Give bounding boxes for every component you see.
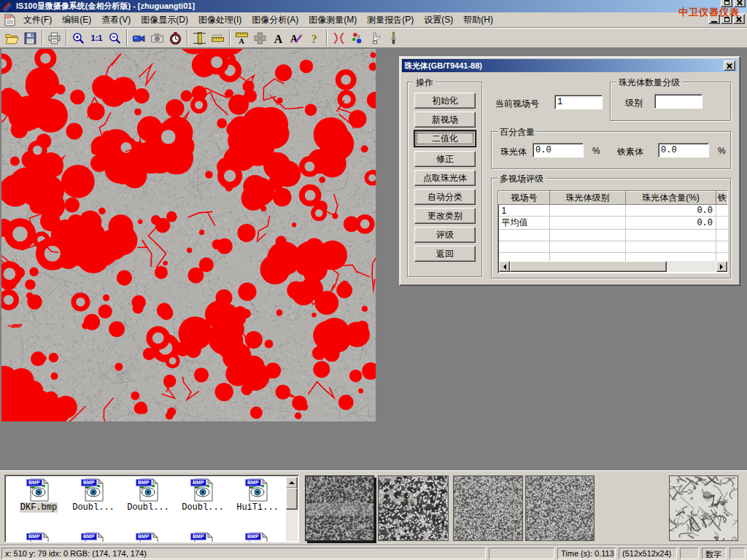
grade-button[interactable]: 评级 [414, 227, 476, 243]
thumbnail-1[interactable] [305, 475, 374, 541]
col-field-no[interactable]: 视场号 [499, 192, 550, 205]
scroll-left-button[interactable] [499, 261, 510, 272]
file-item[interactable]: BMP [177, 532, 228, 542]
table-row[interactable]: 平均值0.0 [499, 217, 729, 230]
thumbnail-2[interactable] [378, 475, 449, 541]
col-pearlite-grade[interactable]: 珠光体级别 [550, 192, 626, 205]
dialog-title-bar[interactable]: 珠光体(GB/T9441-88) [402, 59, 738, 72]
thumbnail-5[interactable] [669, 475, 738, 541]
menu-edit[interactable]: 编辑(E) [57, 12, 96, 28]
menu-image-processing[interactable]: 图像处理(I) [193, 12, 247, 28]
document-icon: DOC [4, 14, 16, 26]
file-browser: BMP DKF.bmp BMP Doubl... BMP Doubl... BM… [4, 475, 299, 542]
scroll-up-button[interactable] [286, 477, 298, 489]
bmp-file-icon: BMP [26, 532, 51, 542]
scrollbar-thumb[interactable] [510, 261, 667, 272]
file-item[interactable]: BMP HuiTi... [232, 478, 283, 513]
toolbar-separator [66, 30, 67, 46]
menu-measure-report[interactable]: 测量报告(P) [362, 12, 419, 28]
file-item[interactable]: BMP Doubl... [68, 478, 119, 513]
particles-icon[interactable]: 3 [348, 29, 366, 47]
binarize-button[interactable]: 二值化 [414, 131, 476, 147]
open-icon[interactable] [3, 29, 21, 47]
dialog-close-button[interactable] [724, 61, 735, 71]
ferrite-label: 铁素体 [617, 146, 643, 158]
pick-pearlite-button[interactable]: 点取珠光体 [414, 170, 476, 186]
svg-text:A: A [290, 34, 298, 44]
pearlite-percent-input[interactable]: 0.0 [533, 143, 584, 158]
current-field-label: 当前视场号 [495, 98, 539, 110]
thumbnail-3[interactable] [453, 475, 523, 541]
table-row[interactable]: 10.0 [499, 205, 729, 217]
title-bar: IS100显微摄像系统(金相分析版) - [zhuguangti01] [0, 0, 747, 12]
new-field-button[interactable]: 新视场 [414, 112, 476, 128]
scroll-down-button[interactable] [298, 529, 299, 541]
file-name[interactable]: HuiTi... [236, 502, 279, 513]
grade-level-input[interactable] [654, 94, 703, 109]
operations-group-title: 操作 [414, 77, 436, 89]
change-class-button[interactable]: 更改类别 [414, 208, 476, 224]
percent-sign: % [718, 146, 726, 156]
zoom-out-icon[interactable] [106, 29, 124, 47]
scrollbar-thumb[interactable] [286, 488, 298, 510]
close-icon [737, 0, 743, 5]
table-horizontal-scrollbar[interactable] [499, 261, 727, 272]
menu-help[interactable]: 帮助(H) [458, 12, 498, 28]
bmp-file-icon: BMP [245, 532, 270, 542]
file-name[interactable]: Doubl... [126, 502, 170, 513]
scroll-right-button[interactable] [716, 261, 727, 272]
menu-view[interactable]: 查看(V) [96, 12, 136, 28]
file-name[interactable]: DKF.bmp [20, 502, 58, 513]
menu-settings[interactable]: 设置(S) [419, 12, 458, 28]
stopwatch-icon[interactable] [166, 29, 185, 47]
file-name[interactable]: Doubl... [181, 502, 225, 513]
paintbrush-icon[interactable] [384, 29, 403, 47]
print-icon[interactable] [45, 29, 63, 47]
menu-image-measure[interactable]: 图像测量(M) [303, 12, 362, 28]
pointer-hand-icon[interactable] [366, 29, 384, 47]
return-button[interactable]: 返回 [414, 246, 476, 262]
file-item[interactable]: BMP Doubl... [177, 478, 228, 513]
caliper-icon[interactable] [190, 29, 209, 47]
actual-size-icon[interactable]: 1:1 [88, 29, 106, 47]
save-icon[interactable] [21, 29, 39, 47]
ferrite-percent-input[interactable]: 0.0 [658, 143, 709, 158]
menu-image-analysis[interactable]: 图像分析(A) [247, 12, 303, 28]
initialize-button[interactable]: 初始化 [414, 93, 476, 109]
current-field-input[interactable]: 1 [554, 95, 603, 109]
auto-classify-button[interactable]: 自动分类 [414, 189, 476, 205]
workspace: 珠光体(GB/T9441-88) 操作 初始化 新视场 二值化 修正 点取珠光体… [0, 48, 747, 470]
menu-image-display[interactable]: 图像显示(D) [136, 12, 193, 28]
correct-button[interactable]: 修正 [414, 151, 476, 167]
menu-file[interactable]: 文件(F) [18, 12, 57, 28]
merge-icon[interactable] [251, 29, 269, 47]
micrograph-image[interactable] [1, 49, 376, 421]
video-camera-icon[interactable] [130, 29, 148, 47]
file-item[interactable]: BMP [68, 532, 119, 542]
status-empty [729, 548, 746, 559]
file-item[interactable]: BMP [13, 532, 64, 542]
percent-group: 百分含量 珠光体 0.0 % 铁素体 0.0 % [491, 131, 731, 169]
camera-icon[interactable] [148, 29, 166, 47]
file-item[interactable]: BMP Doubl... [123, 478, 174, 513]
file-item[interactable]: BMP DKF.bmp [13, 478, 64, 513]
text-icon[interactable]: A [269, 29, 287, 47]
col-ferrite-pct[interactable]: 铁素体含量(%) [716, 192, 729, 205]
file-item[interactable]: BMP [232, 532, 283, 542]
text-style-icon[interactable]: A [287, 29, 306, 47]
col-pearlite-pct[interactable]: 珠光体含量(%) [626, 192, 716, 205]
help-icon[interactable]: ? [306, 29, 324, 47]
zoom-in-icon[interactable] [69, 29, 88, 47]
scrollbar-track[interactable] [510, 261, 716, 272]
file-list-scrollbar[interactable] [286, 476, 298, 541]
calibrate-icon[interactable]: A [233, 29, 251, 47]
thumbnail-4[interactable] [525, 475, 595, 541]
spline-icon[interactable] [330, 29, 348, 47]
ruler-icon[interactable] [209, 29, 227, 47]
file-name[interactable]: Doubl... [71, 502, 115, 513]
bmp-file-icon: BMP [81, 532, 106, 542]
table-row [499, 230, 729, 241]
svg-text:A: A [274, 32, 283, 44]
bmp-file-icon: BMP [190, 478, 215, 502]
file-item[interactable]: BMP [123, 532, 174, 542]
